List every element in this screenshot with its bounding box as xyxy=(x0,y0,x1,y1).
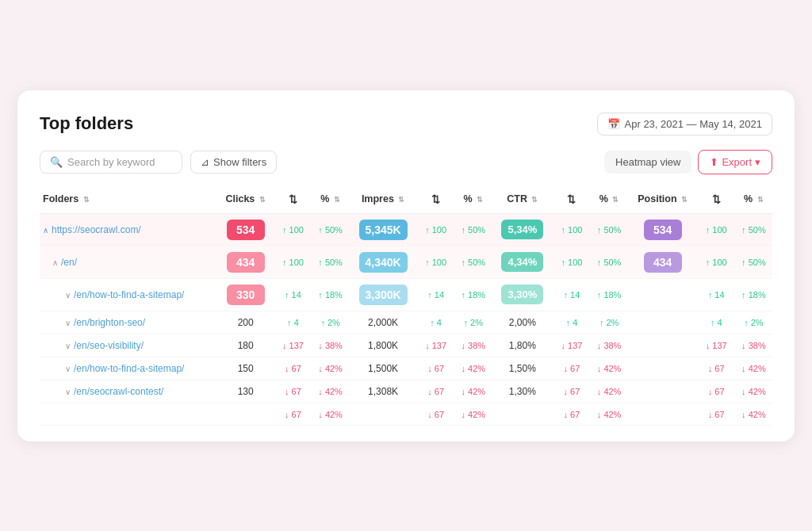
pos-delta: ↑ 100 xyxy=(706,258,727,267)
col-header-ctr-delta: ⇅ xyxy=(553,189,590,214)
impres-delta: ↑ 100 xyxy=(425,225,446,235)
impres-value-cell: 1,308K xyxy=(349,380,417,403)
pos-pct: ↑ 50% xyxy=(741,225,766,235)
impres-delta: ↑ 4 xyxy=(430,318,442,327)
clicks-delta-cell: ↓ 67 xyxy=(274,380,312,403)
sort-icon-clicks-pct[interactable]: ⇅ xyxy=(334,196,340,204)
ctr-badge: 4,34% xyxy=(501,252,543,272)
impres-badge: 4,340K xyxy=(359,252,408,273)
clicks-pct-cell: ↑ 2% xyxy=(312,311,349,334)
expand-icon[interactable]: ∧ xyxy=(52,258,58,267)
expand-icon[interactable]: ∨ xyxy=(65,291,71,300)
folder-link[interactable]: /en/how-to-find-a-sitemap/ xyxy=(74,363,184,374)
table-row: ∧/en/434↑ 100↑ 50%4,340K↑ 100↑ 50%4,34%↑… xyxy=(40,246,772,278)
folder-cell: ∧https://seocrawl.com/ xyxy=(40,213,216,246)
ctr-value: 1,80% xyxy=(509,340,536,351)
sort-icon-folders[interactable]: ⇅ xyxy=(83,196,90,204)
ctr-delta-cell: ↑ 14 xyxy=(553,278,590,311)
impres-delta-cell: ↓ 137 xyxy=(417,334,454,357)
clicks-pct: ↑ 50% xyxy=(318,258,343,267)
position-badge: 534 xyxy=(644,220,682,240)
filter-label: Show filters xyxy=(213,156,266,168)
folder-link[interactable]: /en/how-to-find-a-sitemap/ xyxy=(74,289,184,300)
clicks-badge: 534 xyxy=(227,220,265,240)
pos-delta: ↑ 14 xyxy=(708,290,725,300)
toolbar: 🔍 Search by keyword ⊿ Show filters Heatm… xyxy=(40,150,772,174)
impres-pct: ↓ 42% xyxy=(462,364,486,373)
folder-link[interactable]: /en/brighton-seo/ xyxy=(74,317,145,328)
sort-icon-position[interactable]: ⇅ xyxy=(681,196,688,204)
impres-pct: ↓ 42% xyxy=(462,387,486,396)
ctr-delta-cell: ↑ 4 xyxy=(553,311,590,334)
export-button[interactable]: ⬆ Export ▾ xyxy=(698,150,772,174)
col-header-impres: Impres ⇅ xyxy=(349,189,417,214)
page-title: Top folders xyxy=(40,113,133,134)
pos-pct: ↓ 42% xyxy=(741,387,766,396)
ctr-value-cell: 3,30% xyxy=(492,278,553,311)
col-header-position: Position ⇅ xyxy=(628,189,698,214)
folder-link[interactable]: /en/ xyxy=(61,257,77,268)
impres-pct: ↑ 18% xyxy=(462,290,486,300)
folder-cell: ∨/en/brighton-seo/ xyxy=(40,311,216,334)
sort-icon-pos-pct[interactable]: ⇅ xyxy=(757,196,764,204)
clicks-badge: 330 xyxy=(227,285,265,305)
ctr-badge: 5,34% xyxy=(501,220,543,239)
ctr-delta: ↓ 67 xyxy=(564,364,580,373)
sort-icon-impres[interactable]: ⇅ xyxy=(398,196,404,204)
expand-icon[interactable]: ∨ xyxy=(65,365,71,373)
clicks-pct: ↓ 42% xyxy=(318,387,343,396)
impres-value-cell: 4,340K xyxy=(349,246,417,278)
sort-icon-clicks[interactable]: ⇅ xyxy=(259,196,266,204)
ctr-delta: ↑ 4 xyxy=(566,318,578,327)
date-range-display[interactable]: 📅 Apr 23, 2021 — May 14, 2021 xyxy=(597,113,772,136)
clicks-value: 130 xyxy=(238,386,254,397)
ctr-pct: ↑ 50% xyxy=(597,258,622,267)
clicks-delta-cell: ↑ 100 xyxy=(274,213,312,246)
ctr-value-cell: 5,34% xyxy=(492,213,553,246)
expand-icon[interactable]: ∨ xyxy=(65,319,71,327)
ctr-pct: ↓ 42% xyxy=(597,364,622,373)
col-header-clicks-delta: ⇅ xyxy=(274,189,312,214)
heatmap-view-button[interactable]: Heatmap view xyxy=(604,151,691,174)
ctr-value-cell: 1,80% xyxy=(492,334,553,357)
expand-icon[interactable]: ∨ xyxy=(65,342,71,350)
position-value-cell xyxy=(628,380,698,403)
ctr-delta: ↑ 100 xyxy=(561,258,582,267)
pos-delta: ↓ 67 xyxy=(708,387,725,396)
pos-pct-cell: ↑ 50% xyxy=(735,246,772,278)
sort-icon-impres-pct[interactable]: ⇅ xyxy=(477,196,483,204)
pos-delta-cell: ↓ 67 xyxy=(698,380,735,403)
pos-pct: ↑ 18% xyxy=(741,290,766,300)
col-header-impres-delta: ⇅ xyxy=(417,189,454,214)
pos-delta-cell: ↑ 14 xyxy=(698,278,735,311)
sort-icon-ctr-pct[interactable]: ⇅ xyxy=(612,196,619,204)
search-placeholder: Search by keyword xyxy=(67,156,155,168)
col-header-folders: Folders ⇅ xyxy=(40,189,216,214)
col-header-clicks: Clicks ⇅ xyxy=(216,189,274,214)
col-header-clicks-pct: % ⇅ xyxy=(312,189,349,214)
show-filters-button[interactable]: ⊿ Show filters xyxy=(190,151,277,174)
expand-icon[interactable]: ∧ xyxy=(43,226,48,235)
folder-link[interactable]: https://seocrawl.com/ xyxy=(52,224,141,235)
pos-pct: ↑ 2% xyxy=(744,318,763,327)
folder-cell: ∨/en/seocrawl-contest/ xyxy=(40,380,216,403)
ctr-value: 1,30% xyxy=(509,386,536,397)
expand-icon[interactable]: ∨ xyxy=(65,388,71,396)
impres-pct: ↑ 50% xyxy=(462,225,486,235)
clicks-delta-cell: ↑ 4 xyxy=(274,311,312,334)
impres-value-cell: 2,000K xyxy=(349,311,417,334)
folder-link[interactable]: /en/seo-visibility/ xyxy=(74,340,144,351)
pos-pct-cell: ↓ 42% xyxy=(735,380,772,403)
pos-delta-cell: ↑ 100 xyxy=(698,213,735,246)
table-row: ∨/en/seo-visibility/180↓ 137↓ 38%1,800K↓… xyxy=(40,334,772,357)
clicks-pct: ↑ 2% xyxy=(320,318,339,327)
pos-delta-cell: ↓ 137 xyxy=(698,334,735,357)
folder-link[interactable]: /en/seocrawl-contest/ xyxy=(74,386,163,397)
position-value-cell xyxy=(628,311,698,334)
ctr-pct: ↑ 18% xyxy=(597,290,622,300)
main-card: Top folders 📅 Apr 23, 2021 — May 14, 202… xyxy=(17,90,795,441)
filter-icon: ⊿ xyxy=(201,156,209,168)
impres-delta-cell: ↑ 100 xyxy=(417,213,454,246)
sort-icon-ctr[interactable]: ⇅ xyxy=(531,196,538,204)
search-box[interactable]: 🔍 Search by keyword xyxy=(40,151,182,174)
